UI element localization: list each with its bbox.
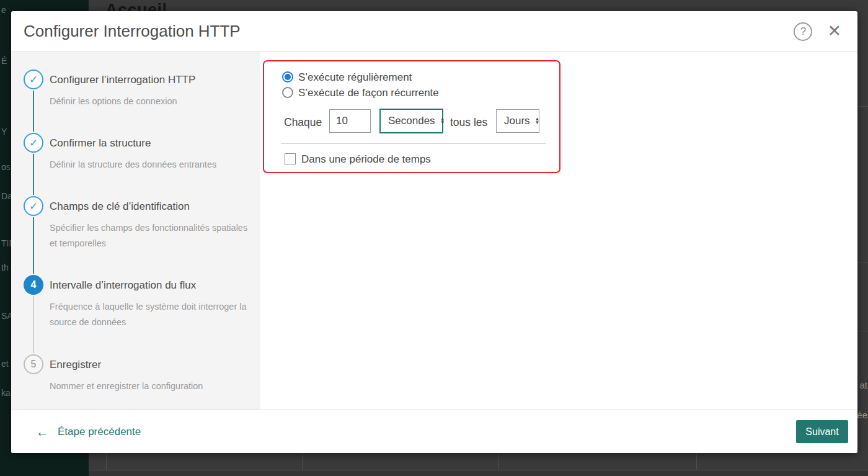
select-arrows-icon: ▲ ▼ [440, 117, 445, 125]
table-column-divider [302, 453, 303, 470]
background-table [89, 453, 868, 476]
step-1-title[interactable]: Configurer l’interrogation HTTP [50, 74, 195, 86]
run-regularly-radio[interactable] [282, 71, 293, 83]
background-text-fragment: at [859, 380, 867, 390]
table-column-divider [498, 453, 499, 470]
next-button[interactable]: Suivant [796, 420, 848, 443]
interval-day-value: Jours [504, 115, 530, 127]
interval-value-input[interactable] [329, 109, 371, 133]
step-2-subtitle: Définir la structure des données entrant… [50, 157, 255, 173]
run-regularly-label: S’exécute régulièrement [298, 71, 412, 84]
step-5-subtitle: Nommer et enregistrer la configuration [50, 379, 255, 394]
step-4-title[interactable]: Intervalle d’interrogation du flux [50, 279, 196, 292]
step-connector [33, 296, 34, 353]
arrow-down-icon: ▼ [535, 121, 540, 125]
step-3-subtitle: Spécifier les champs des fonctionnalités… [50, 220, 255, 251]
interval-day-select[interactable]: Jours ▲ ▼ [496, 109, 539, 133]
step-connector [33, 154, 34, 195]
dialog-title: Configurer Interrogation HTTP [24, 22, 794, 41]
dialog-footer: ← Étape précédente Suivant [11, 410, 857, 453]
step-5-title[interactable]: Enregistrer [50, 359, 101, 371]
sidebar-label-fragment: th [1, 263, 9, 272]
table-column-divider [696, 453, 697, 470]
arrow-left-icon: ← [36, 425, 49, 438]
previous-step-label: Étape précédente [58, 426, 141, 438]
background-table-row-line [857, 331, 868, 331]
sidebar-label-fragment: É [1, 56, 7, 66]
every-label: Chaque [284, 116, 322, 129]
step-2-title[interactable]: Confirmer la structure [50, 137, 151, 150]
background-page-title: Accueil [105, 1, 167, 11]
arrow-down-icon: ▼ [440, 121, 445, 125]
sidebar-label-fragment: Y [1, 127, 7, 137]
previous-step-link[interactable]: ← Étape précédente [36, 425, 141, 438]
step-1-subtitle: Définir les options de connexion [50, 94, 255, 109]
highlight-annotation-box: S’exécute régulièrement S’exécute de faç… [263, 60, 560, 173]
per-label: tous les [450, 116, 487, 129]
dialog-body: ✓ Configurer l’interrogation HTTP Défini… [11, 52, 857, 410]
background-table-row-line [857, 263, 868, 263]
step-connector [33, 91, 34, 132]
background-table-row-line [857, 106, 868, 107]
step-1-check-icon[interactable]: ✓ [24, 70, 43, 89]
interval-unit-value: Secondes [388, 115, 435, 127]
step-3-check-icon[interactable]: ✓ [24, 196, 43, 216]
run-recurrent-radio[interactable] [282, 87, 293, 98]
close-icon[interactable]: ✕ [827, 23, 841, 40]
background-topbar: Accueil [89, 0, 868, 11]
step-3-title[interactable]: Champs de clé d’identification [50, 200, 190, 213]
help-icon[interactable]: ? [794, 22, 812, 41]
step-4-subtitle: Fréquence à laquelle le système doit int… [50, 299, 255, 330]
step-content-panel: S’exécute régulièrement S’exécute de faç… [260, 52, 857, 410]
sidebar-label-fragment: e [1, 5, 6, 15]
step-5-number-badge[interactable]: 5 [24, 354, 43, 374]
background-text-fragment: ée [857, 410, 867, 420]
configure-http-poll-dialog: Configurer Interrogation HTTP ? ✕ ✓ Conf… [11, 11, 857, 453]
time-window-checkbox[interactable] [285, 153, 296, 164]
sidebar-label-fragment: et [1, 359, 9, 369]
step-4-number-badge[interactable]: 4 [24, 275, 43, 295]
table-column-divider [106, 453, 107, 470]
step-2-check-icon[interactable]: ✓ [24, 133, 43, 153]
time-window-label: Dans une période de temps [301, 153, 431, 166]
run-recurrent-label: S’exécute de façon récurrente [298, 87, 439, 99]
sidebar-label-fragment: ka [1, 388, 11, 398]
wizard-steps-panel: ✓ Configurer l’interrogation HTTP Défini… [11, 52, 260, 410]
select-arrows-icon: ▲ ▼ [535, 117, 540, 125]
section-divider [281, 143, 546, 144]
dialog-header: Configurer Interrogation HTTP ? ✕ [11, 11, 857, 52]
step-connector [33, 217, 34, 274]
background-strip [89, 470, 868, 476]
sidebar-label-fragment: os [1, 162, 11, 172]
interval-unit-select[interactable]: Secondes ▲ ▼ [379, 109, 443, 133]
